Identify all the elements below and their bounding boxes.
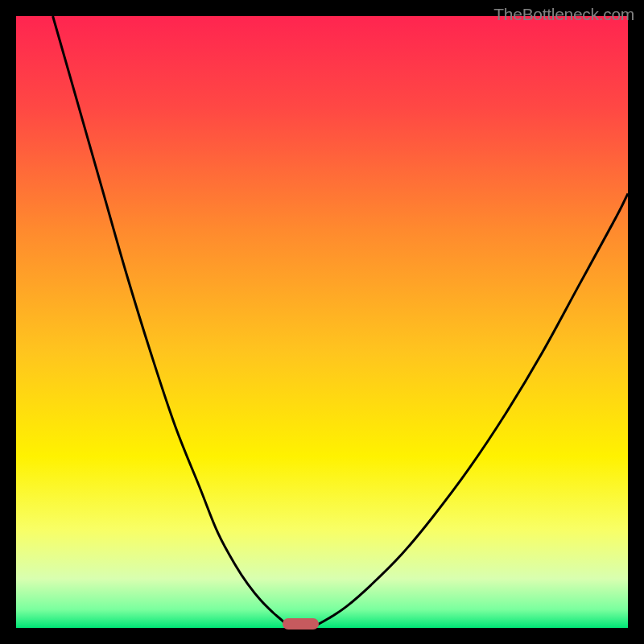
optimal-marker: [283, 618, 320, 630]
plot-area: [16, 16, 628, 628]
attribution-label: TheBottleneck.com: [493, 5, 634, 24]
bottleneck-curves: [16, 16, 628, 628]
curve-left: [53, 16, 287, 625]
curve-right: [316, 193, 628, 625]
